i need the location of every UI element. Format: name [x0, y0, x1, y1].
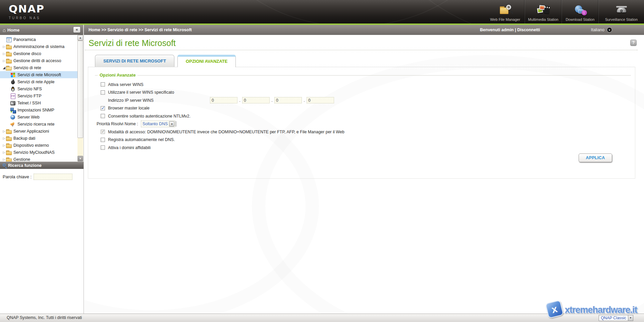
linux-icon	[10, 86, 16, 92]
tree-item-label: Servizio FTP	[17, 94, 42, 98]
keyword-input[interactable]	[34, 174, 72, 180]
sidebar-item-servizio-ricerca-rete[interactable]: Servizio ricerca rete	[0, 121, 78, 128]
tree-item-label: Server Applicazioni	[13, 129, 49, 134]
overview-icon	[6, 37, 12, 42]
theme-select[interactable]: QNAP Classic ▼	[599, 315, 633, 321]
expand-icon[interactable]: ▷	[2, 158, 6, 161]
browser-master-locale-checkbox[interactable]	[101, 106, 105, 110]
sidebar-item-amministrazione-di-sistema[interactable]: ▷ Amministrazione di sistema	[0, 43, 78, 50]
sidebar-item-servizi-di-rete-microsoft[interactable]: Servizi di rete Microsoft	[0, 71, 78, 78]
help-button[interactable]: ?	[630, 40, 637, 46]
folder-icon	[6, 58, 12, 63]
search-panel-title: Ricerca funzione	[8, 163, 42, 168]
utilizzare-server-wins-checkbox[interactable]	[101, 90, 105, 95]
sidebar-collapse-button[interactable]: «	[73, 27, 80, 33]
folder-icon	[6, 143, 12, 148]
tree-scrollbar[interactable]: ▲ ▼	[77, 35, 83, 162]
terminal-icon	[10, 100, 16, 106]
sidebar-item-impostazioni-snmp[interactable]: Impostazioni SNMP	[0, 106, 78, 113]
folder-icon	[6, 150, 12, 155]
tree-item-label: Gestione	[13, 157, 30, 162]
surveillance-station-button[interactable]: Surveillance Station	[598, 0, 644, 24]
name-resolve-priority-select[interactable]: Soltanto DNS ▼	[141, 121, 175, 127]
chevron-down-icon[interactable]: ▼	[169, 121, 174, 127]
tree-item-label: Gestione disco	[13, 51, 41, 56]
expand-icon[interactable]: ▷	[2, 45, 6, 48]
sidebar-item-servizio-nfs[interactable]: Servizio NFS	[0, 85, 78, 92]
theme-value: QNAP Classic	[599, 316, 628, 320]
attiva-server-wins-checkbox[interactable]	[101, 82, 105, 87]
language-selector[interactable]: Italiano ▼	[591, 25, 612, 35]
chevron-down-icon[interactable]: ▼	[607, 27, 612, 33]
scroll-down-button[interactable]: ▼	[77, 156, 83, 162]
station-label: Download Station	[566, 17, 594, 21]
sidebar-item-telnet-ssh[interactable]: Telnet / SSH	[0, 99, 78, 106]
checkbox-label: Modalità di accesso: DOMINIO\NOMEUTENTE …	[108, 130, 344, 134]
ip-octet-input[interactable]: 0	[242, 97, 270, 103]
tree-item-label: Servizio NFS	[17, 87, 42, 91]
expand-icon[interactable]: ▷	[2, 52, 6, 55]
checkbox-label: Browser master locale	[108, 106, 150, 110]
expand-icon[interactable]: ▷	[2, 151, 6, 154]
multimedia-station-button[interactable]: Multimedia Station	[525, 0, 561, 24]
sidebar-item-servizio-mycloudnas[interactable]: ▷ Servizio MyCloudNAS	[0, 149, 78, 156]
search-panel-header[interactable]: Ricerca funzione	[0, 162, 84, 169]
sidebar-item-server-web[interactable]: Server Web	[0, 113, 78, 121]
sidebar-item-gestione-diritti-di-accesso[interactable]: ▷ Gestione diritti di accesso	[0, 57, 78, 64]
form-row: Attiva i domini affidabili	[95, 144, 631, 152]
trusted-domains-checkbox[interactable]	[101, 145, 105, 150]
tree-item-label: Servizio di rete	[13, 65, 41, 70]
breadcrumb[interactable]: Home >> Servizio di rete >> Servizi di r…	[89, 25, 192, 35]
form-row: Registra automaticamente nel DNS.	[95, 136, 631, 144]
sidebar-item-gestione-disco[interactable]: ▷ Gestione disco	[0, 50, 78, 57]
copyright-text: QNAP Systems, Inc. Tutti i diritti riser…	[7, 315, 82, 320]
sidebar-item-dispositivo-esterno[interactable]: ▷ Dispositivo esterno	[0, 142, 78, 149]
tree-item-label: Servizio ricerca rete	[17, 122, 54, 127]
expand-icon[interactable]: ▷	[2, 137, 6, 140]
sidebar-item-backup-dati[interactable]: ▷ Backup dati	[0, 135, 78, 142]
breadcrumb-bar: ⌂ Home « Home >> Servizio di rete >> Ser…	[0, 25, 644, 35]
tree-item-label: Dispositivo esterno	[13, 143, 49, 148]
collapse-tree-icon[interactable]: ◢	[2, 66, 6, 70]
qnap-logo-text: QNAP	[9, 3, 45, 15]
apply-button[interactable]: APPLICA	[579, 153, 612, 162]
download-station-button[interactable]: ↓ Download Station	[561, 0, 598, 24]
tree-item-label: Servizio MyCloudNAS	[13, 150, 55, 155]
sidebar-item-servizi-di-rete-apple[interactable]: Servizi di rete Apple	[0, 78, 78, 85]
qnap-logo: QNAP TURBO NAS	[9, 3, 45, 20]
options-fieldset: Opzioni Avanzate	[95, 75, 631, 76]
ip-octet-input[interactable]: 0	[274, 97, 302, 103]
sidebar-item-servizio-ftp[interactable]: Servizio FTP	[0, 92, 78, 99]
expand-icon[interactable]: ▷	[2, 59, 6, 62]
folder-icon	[6, 136, 12, 141]
chevron-down-icon[interactable]: ▼	[628, 315, 633, 321]
ip-octet-input[interactable]: 0	[307, 97, 334, 103]
web-file-manager-button[interactable]: Web File Manager	[486, 0, 525, 24]
form-row: Attiva server WINS	[95, 81, 631, 89]
expand-icon[interactable]: ▷	[2, 144, 6, 147]
tab-servizi-di-rete-microsoft[interactable]: SERVIZI DI RETE MICROSOFT	[95, 55, 174, 67]
tab-opzioni-avanzate[interactable]: OPZIONI AVANZATE	[177, 55, 236, 67]
welcome-logout-link[interactable]: Benvenuti admin | Disconnetti	[480, 25, 540, 35]
multimedia-station-icon	[537, 5, 550, 17]
folder-icon	[6, 44, 12, 49]
scroll-thumb[interactable]	[77, 41, 83, 138]
access-mode-checkbox	[101, 130, 105, 134]
scroll-up-button[interactable]: ▲	[77, 35, 83, 41]
snmp-icon	[10, 107, 16, 113]
sidebar-item-servizio-di-rete[interactable]: ◢ Servizio di rete	[0, 64, 78, 71]
wins-ip-inputs: 0 . 0 . 0 . 0	[210, 97, 334, 103]
ntlmv2-checkbox[interactable]	[101, 114, 105, 118]
keyword-label: Parola chiave :	[3, 174, 32, 179]
sidebar-header: ⌂ Home «	[0, 25, 84, 35]
windows-icon	[10, 72, 16, 78]
ip-octet-input[interactable]: 0	[210, 97, 237, 103]
page-title: Servizi di rete Microsoft	[89, 38, 176, 48]
sidebar-item-panoramica[interactable]: Panoramica	[0, 36, 78, 43]
expand-icon[interactable]: ▷	[2, 130, 6, 133]
dns-register-checkbox[interactable]	[101, 138, 105, 142]
tree-item-label: Servizi di rete Microsoft	[17, 73, 61, 77]
folder-open-icon	[6, 65, 12, 71]
sidebar-item-gestione[interactable]: ▷ Gestione	[0, 156, 78, 162]
sidebar-item-server-applicazioni[interactable]: ▷ Server Applicazioni	[0, 128, 78, 135]
